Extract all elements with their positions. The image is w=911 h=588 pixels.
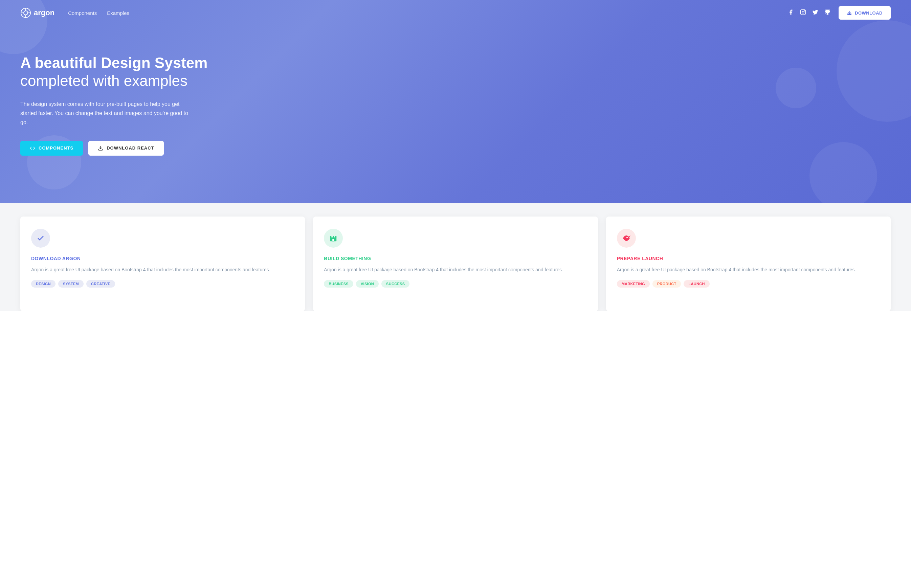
- argon-logo-icon: [20, 7, 31, 18]
- card-build-something: BUILD SOMETHING Argon is a great free UI…: [313, 216, 598, 311]
- hero-section: A beautiful Design System completed with…: [0, 0, 911, 203]
- hero-title-bold: A beautiful Design System: [20, 54, 207, 72]
- download-react-button[interactable]: DOWNLOAD REACT: [88, 141, 163, 156]
- svg-rect-14: [335, 236, 336, 238]
- bg-circle-4: [809, 142, 877, 203]
- tag-design[interactable]: DESIGN: [31, 280, 55, 288]
- card-3-text: Argon is a great free UI package based o…: [617, 266, 880, 273]
- svg-rect-12: [330, 236, 331, 238]
- brand-logo[interactable]: argon: [20, 7, 55, 18]
- twitter-icon[interactable]: [812, 9, 818, 17]
- card-2-icon-wrap: [324, 229, 343, 248]
- card-1-icon-wrap: [31, 229, 50, 248]
- tag-marketing[interactable]: MARKETING: [617, 280, 650, 288]
- instagram-icon[interactable]: [800, 9, 806, 17]
- card-3-icon-wrap: [617, 229, 636, 248]
- bg-circle-3: [837, 20, 911, 122]
- card-download-argon: DOWNLOAD ARGON Argon is a great free UI …: [20, 216, 305, 311]
- tag-creative[interactable]: CREATIVE: [86, 280, 115, 288]
- tag-launch[interactable]: LAUNCH: [683, 280, 709, 288]
- nav-examples[interactable]: Examples: [107, 10, 129, 16]
- svg-point-7: [802, 11, 804, 13]
- svg-point-16: [627, 237, 628, 238]
- tag-success[interactable]: SUCCESS: [381, 280, 409, 288]
- nav-components[interactable]: Components: [68, 10, 97, 16]
- components-button-label: COMPONENTS: [39, 145, 73, 150]
- card-2-title: BUILD SOMETHING: [324, 256, 587, 261]
- card-1-title: DOWNLOAD ARGON: [31, 256, 294, 261]
- tag-business[interactable]: BUSINESS: [324, 280, 353, 288]
- svg-point-1: [24, 11, 28, 15]
- card-3-title: PREPARE LAUNCH: [617, 256, 880, 261]
- svg-rect-13: [333, 236, 334, 238]
- check-icon: [37, 234, 45, 242]
- cards-section: DOWNLOAD ARGON Argon is a great free UI …: [0, 203, 911, 311]
- download-nav-icon: [847, 10, 852, 16]
- social-links: [788, 9, 830, 17]
- hero-description: The design system comes with four pre-bu…: [20, 100, 189, 127]
- navbar: argon Components Examples DOWNLOAD: [0, 0, 911, 26]
- svg-rect-6: [801, 10, 806, 15]
- fish-icon: [622, 234, 630, 242]
- card-1-tags: DESIGN SYSTEM CREATIVE: [31, 280, 294, 288]
- hero-title-light: completed with examples: [20, 72, 207, 90]
- tag-system[interactable]: SYSTEM: [58, 280, 84, 288]
- hero-buttons: COMPONENTS DOWNLOAD REACT: [20, 141, 207, 156]
- download-nav-label: DOWNLOAD: [855, 10, 883, 16]
- navbar-nav: Components Examples: [68, 10, 788, 16]
- github-icon[interactable]: [824, 9, 830, 17]
- brand-name: argon: [34, 8, 55, 17]
- download-react-icon: [98, 145, 103, 151]
- card-2-tags: BUSINESS VISION SUCCESS: [324, 280, 587, 288]
- download-react-label: DOWNLOAD REACT: [107, 145, 154, 150]
- castle-icon: [329, 234, 338, 242]
- bg-circle-5: [775, 68, 816, 108]
- card-1-text: Argon is a great free UI package based o…: [31, 266, 294, 273]
- card-3-tags: MARKETING PRODUCT LAUNCH: [617, 280, 880, 288]
- components-button[interactable]: COMPONENTS: [20, 141, 83, 156]
- download-nav-button[interactable]: DOWNLOAD: [838, 6, 891, 19]
- hero-content: A beautiful Design System completed with…: [20, 27, 207, 176]
- tag-vision[interactable]: VISION: [356, 280, 379, 288]
- svg-point-8: [804, 10, 805, 11]
- card-2-text: Argon is a great free UI package based o…: [324, 266, 587, 273]
- facebook-icon[interactable]: [788, 9, 794, 17]
- svg-rect-15: [332, 239, 334, 241]
- card-prepare-launch: PREPARE LAUNCH Argon is a great free UI …: [606, 216, 891, 311]
- code-icon: [30, 145, 35, 151]
- tag-product[interactable]: PRODUCT: [653, 280, 681, 288]
